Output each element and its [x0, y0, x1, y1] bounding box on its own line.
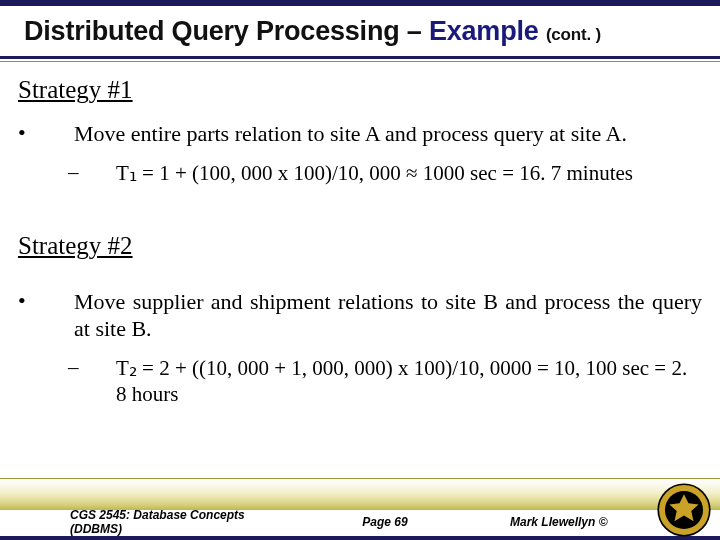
dash-marker: – [68, 160, 116, 186]
slide: Distributed Query Processing – Example (… [0, 0, 720, 540]
slide-footer: CGS 2545: Database Concepts (DDBMS) Page… [0, 510, 720, 534]
strategy-1-text: Move entire parts relation to site A and… [74, 120, 702, 148]
strategy-1-bullet: • Move entire parts relation to site A a… [18, 120, 702, 148]
bottom-accent-bar [0, 536, 720, 540]
dash-marker: – [68, 355, 116, 408]
ucf-logo-icon [656, 482, 712, 538]
section-spacer [18, 192, 702, 232]
title-example: Example [429, 16, 546, 46]
title-prefix: Distributed Query Processing – [24, 16, 429, 46]
strategy-2-bullet: • Move supplier and shipment relations t… [18, 288, 702, 343]
spacer [18, 276, 702, 288]
strategy-2-formula-text: T₂ = 2 + ((10, 000 + 1, 000, 000) x 100)… [116, 355, 702, 408]
footer-course: CGS 2545: Database Concepts (DDBMS) [0, 508, 300, 536]
footer-page: Page 69 [300, 515, 470, 529]
divider-gold [0, 61, 720, 62]
bullet-marker: • [18, 288, 74, 343]
strategy-2-text: Move supplier and shipment relations to … [74, 288, 702, 343]
strategy-2-formula: – T₂ = 2 + ((10, 000 + 1, 000, 000) x 10… [68, 355, 702, 408]
footer-gradient [0, 478, 720, 510]
bullet-marker: • [18, 120, 74, 148]
strategy-1-formula-text: T₁ = 1 + (100, 000 x 100)/10, 000 ≈ 1000… [116, 160, 702, 186]
slide-body: Strategy #1 • Move entire parts relation… [18, 76, 702, 413]
strategy-2-heading: Strategy #2 [18, 232, 702, 260]
strategy-1-heading: Strategy #1 [18, 76, 702, 104]
title-cont: (cont. ) [546, 25, 601, 44]
title-divider [0, 56, 720, 66]
divider-navy [0, 56, 720, 59]
slide-title: Distributed Query Processing – Example (… [0, 6, 720, 47]
strategy-1-formula: – T₁ = 1 + (100, 000 x 100)/10, 000 ≈ 10… [68, 160, 702, 186]
